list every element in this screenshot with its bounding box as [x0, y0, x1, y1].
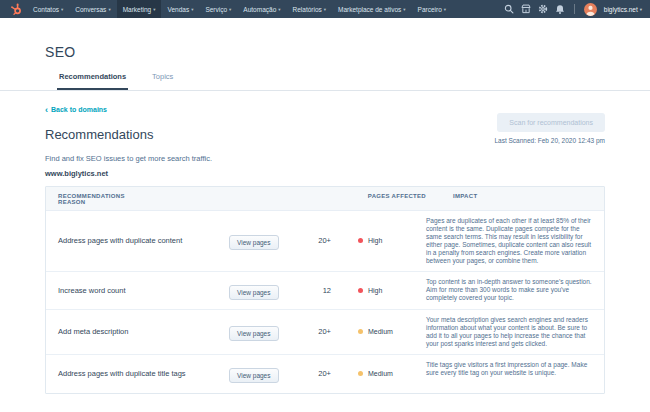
nav-item-label: Automação [243, 6, 276, 13]
account-menu[interactable]: biglytics.net ▾ [604, 6, 642, 13]
reason-text: Pages are duplicates of each other if at… [426, 211, 594, 271]
impact-dot [358, 288, 363, 293]
notifications-icon[interactable] [555, 4, 565, 15]
hubspot-logo[interactable] [6, 0, 27, 18]
impact-dot [358, 371, 363, 376]
view-pages-button[interactable]: View pages [229, 235, 279, 250]
reason-text: Top content is an in-depth answer to som… [426, 272, 594, 308]
chevron-down-icon: ▾ [61, 7, 63, 12]
recommendation-label: Address pages with duplicate title tags [58, 369, 229, 378]
recommendation-label: Add meta description [58, 327, 229, 336]
table-row: Address pages with duplicate content Vie… [46, 211, 604, 272]
nav-item-label: Serviço [205, 6, 227, 13]
nav-item-relatórios[interactable]: Relatórios▾ [287, 0, 333, 18]
column-header-reason: REASON [58, 199, 229, 205]
impact-cell: High [331, 237, 426, 244]
impact-cell: Medium [331, 370, 426, 377]
scan-for-recommendations-button[interactable]: Scan for recommendations [497, 113, 605, 132]
view-pages-button[interactable]: View pages [229, 326, 279, 341]
nav-item-label: Conversas [75, 6, 106, 13]
pages-affected-value: 20+ [288, 236, 331, 245]
settings-icon[interactable] [538, 4, 548, 14]
chevron-left-icon: ‹ [45, 107, 48, 113]
search-icon[interactable] [504, 4, 514, 14]
impact-label: Medium [368, 328, 393, 335]
recommendation-label: Increase word count [58, 286, 229, 295]
tab-topics[interactable]: Topics [150, 72, 175, 90]
table-row: Add meta description View pages 20+ Medi… [46, 310, 604, 355]
table-header: RECOMMENDATIONS PAGES AFFECTED IMPACT RE… [46, 187, 604, 211]
chevron-down-icon: ▾ [229, 7, 231, 12]
nav-divider [574, 4, 575, 14]
nav-item-label: Contatos [33, 6, 59, 13]
chevron-down-icon: ▾ [403, 7, 405, 12]
chevron-down-icon: ▾ [108, 7, 110, 12]
pages-affected-value: 20+ [288, 327, 331, 336]
column-header-pages-affected: PAGES AFFECTED [229, 193, 426, 199]
view-pages-cell: View pages [229, 281, 288, 300]
nav-item-marketplace-de-ativos[interactable]: Marketplace de ativos▾ [332, 0, 412, 18]
nav-item-conversas[interactable]: Conversas▾ [69, 0, 116, 18]
main-nav: Contatos▾ Conversas▾ Marketing▾ Vendas▾ … [27, 0, 452, 18]
view-pages-cell: View pages [229, 231, 288, 250]
chevron-down-icon: ▾ [191, 7, 193, 12]
nav-item-label: Parceiro [418, 6, 442, 13]
impact-dot [358, 329, 363, 334]
chevron-down-icon: ▾ [278, 7, 280, 12]
view-pages-cell: View pages [229, 364, 288, 383]
chevron-down-icon: ▾ [153, 7, 155, 12]
chevron-down-icon: ▾ [324, 7, 326, 12]
nav-item-parceiro[interactable]: Parceiro▾ [412, 0, 452, 18]
column-header-impact: IMPACT [426, 193, 594, 199]
nav-utilities: biglytics.net ▾ [504, 0, 642, 18]
recommendations-table: RECOMMENDATIONS PAGES AFFECTED IMPACT RE… [45, 186, 605, 394]
table-row: Address pages with duplicate title tags … [46, 355, 604, 393]
avatar[interactable] [584, 3, 597, 16]
view-pages-button[interactable]: View pages [229, 368, 279, 383]
table-row: Increase word count View pages 12 High T… [46, 272, 604, 310]
nav-item-serviço[interactable]: Serviço▾ [199, 0, 237, 18]
section-subtitle: Find and fix SEO issues to get more sear… [45, 154, 605, 163]
pages-affected-value: 20+ [288, 369, 331, 378]
impact-cell: High [331, 287, 426, 294]
impact-dot [358, 238, 363, 243]
impact-label: High [368, 287, 382, 294]
reason-text: Title tags give visitors a first impress… [426, 355, 594, 383]
back-link-label: Back to domains [51, 106, 107, 113]
nav-item-automação[interactable]: Automação▾ [237, 0, 286, 18]
scan-area: Scan for recommendations Last Scanned: F… [494, 113, 605, 144]
nav-item-label: Marketing [123, 6, 152, 13]
view-pages-cell: View pages [229, 322, 288, 341]
scanned-domain: www.biglytics.net [45, 169, 605, 178]
recommendation-label: Address pages with duplicate content [58, 236, 229, 245]
tab-recommendations[interactable]: Recommendations [57, 72, 128, 90]
impact-label: High [368, 237, 382, 244]
chevron-down-icon: ▾ [640, 7, 642, 12]
pages-affected-value: 12 [288, 286, 331, 295]
marketplace-icon[interactable] [521, 4, 531, 14]
nav-item-label: Marketplace de ativos [338, 6, 401, 13]
account-name: biglytics.net [604, 6, 638, 13]
chevron-down-icon: ▾ [444, 7, 446, 12]
back-to-domains-link[interactable]: ‹ Back to domains [45, 106, 107, 113]
sprocket-icon [10, 3, 23, 16]
nav-item-vendas[interactable]: Vendas▾ [161, 0, 199, 18]
top-navbar: Contatos▾ Conversas▾ Marketing▾ Vendas▾ … [0, 0, 650, 18]
tabs: RecommendationsTopics [57, 72, 650, 90]
nav-item-marketing[interactable]: Marketing▾ [117, 0, 162, 18]
reason-text: Your meta description gives search engin… [426, 310, 594, 354]
table-body: Address pages with duplicate content Vie… [46, 211, 604, 393]
nav-item-label: Relatórios [293, 6, 322, 13]
page-title: SEO [45, 44, 605, 60]
tabs-bar: RecommendationsTopics [0, 72, 650, 91]
nav-item-contatos[interactable]: Contatos▾ [27, 0, 69, 18]
impact-cell: Medium [331, 328, 426, 335]
impact-label: Medium [368, 370, 393, 377]
last-scanned-text: Last Scanned: Feb 20, 2020 12:43 pm [494, 137, 605, 144]
view-pages-button[interactable]: View pages [229, 285, 279, 300]
nav-item-label: Vendas [167, 6, 189, 13]
